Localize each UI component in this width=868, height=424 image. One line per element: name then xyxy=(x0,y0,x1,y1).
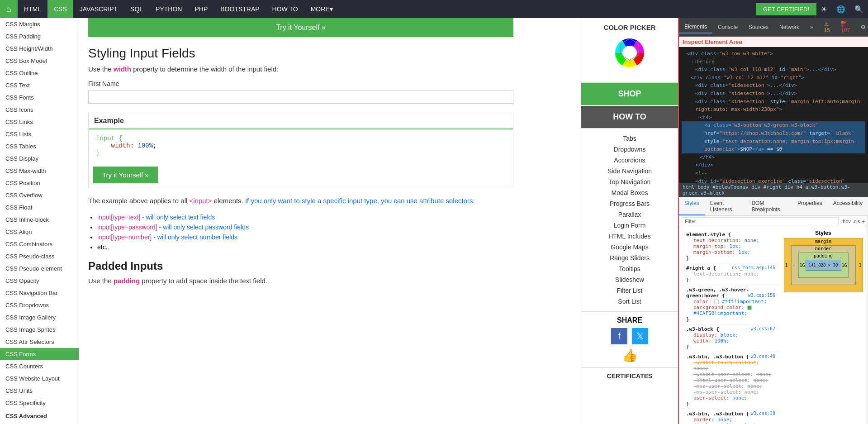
styles-tab-dom-breakpoints[interactable]: DOM Breakpoints xyxy=(746,197,792,215)
sidebar-item-specificity[interactable]: CSS Specificity xyxy=(0,397,79,409)
sidebar-item-attr-selectors[interactable]: CSS Attr Selectors xyxy=(0,336,79,348)
rule-source-w3green[interactable]: w3.css:156 xyxy=(748,293,775,298)
breadcrumb-body[interactable]: body xyxy=(697,184,710,190)
sidebar-item-position[interactable]: CSS Position xyxy=(0,177,79,189)
nav-css[interactable]: CSS xyxy=(47,0,73,18)
sidebar-item-lists[interactable]: CSS Lists xyxy=(0,128,79,140)
twitter-share-icon[interactable]: 𝕏 xyxy=(632,328,648,344)
link-range-sliders[interactable]: Range Sliders xyxy=(586,252,674,263)
link-accordions[interactable]: Accordions xyxy=(586,155,674,166)
sidebar-item-icons[interactable]: CSS Icons xyxy=(0,104,79,116)
sidebar-item-inline-block[interactable]: CSS Inline-block xyxy=(0,214,79,226)
sidebar-item-nav-bar[interactable]: CSS Navigation Bar xyxy=(0,287,79,299)
styles-filter-input[interactable] xyxy=(682,217,839,225)
nav-python[interactable]: PYTHON xyxy=(149,0,188,18)
nav-howto[interactable]: HOW TO xyxy=(266,0,304,18)
shop-button[interactable]: SHOP xyxy=(581,83,678,105)
rule-source-w3btn-38[interactable]: w3.css:38 xyxy=(751,411,775,416)
link-dropdowns[interactable]: Dropdowns xyxy=(586,144,674,155)
rule-source-w3block[interactable]: w3.css:67 xyxy=(751,326,775,331)
nav-home[interactable]: ⌂ xyxy=(0,0,18,18)
link-login-form[interactable]: Login Form xyxy=(586,220,674,231)
breadcrumb-h4[interactable]: h4 xyxy=(797,184,802,190)
sidebar-item-align[interactable]: CSS Align xyxy=(0,226,79,238)
sidebar-item-links[interactable]: CSS Links xyxy=(0,116,79,128)
sidebar-item-tables[interactable]: CSS Tables xyxy=(0,140,79,152)
devtools-tab-more[interactable]: » xyxy=(805,21,819,33)
sidebar-item-overflow[interactable]: CSS Overflow xyxy=(0,189,79,201)
sidebar-item-float[interactable]: CSS Float xyxy=(0,201,79,214)
theme-icon[interactable]: ☀ xyxy=(816,5,832,14)
link-tabs[interactable]: Tabs xyxy=(586,133,674,144)
color-wheel-icon[interactable] xyxy=(612,35,648,71)
nav-php[interactable]: PHP xyxy=(188,0,214,18)
link-html-includes[interactable]: HTML Includes xyxy=(586,231,674,242)
sidebar-item-outline[interactable]: CSS Outline xyxy=(0,67,79,79)
sidebar-item-box-model[interactable]: CSS Box Model xyxy=(0,55,79,67)
like-icon[interactable]: 👍 xyxy=(586,348,674,363)
sidebar-item-rounded-corners[interactable]: CSS Rounded Corners xyxy=(0,421,79,424)
sidebar-item-height-width[interactable]: CSS Height/Width xyxy=(0,43,79,55)
devtools-tab-network[interactable]: Network xyxy=(774,21,805,33)
sidebar-item-image-sprites[interactable]: CSS Image Sprites xyxy=(0,324,79,336)
devtools-tab-elements[interactable]: Elements xyxy=(679,21,712,33)
rule-source-right-a[interactable]: css_form.asp:145 xyxy=(732,265,775,270)
link-sort-list[interactable]: Sort List xyxy=(586,296,674,307)
get-certified-button[interactable]: GET CERTIFIED! xyxy=(756,3,816,15)
breadcrumb-div2[interactable]: div xyxy=(784,184,793,190)
sidebar-item-pseudo-element[interactable]: CSS Pseudo-element xyxy=(0,262,79,275)
breadcrumb-html[interactable]: html xyxy=(683,184,695,190)
nav-sql[interactable]: SQL xyxy=(124,0,149,18)
try-it-example-button[interactable]: Try it Yourself » xyxy=(93,167,158,183)
link-tooltips[interactable]: Tooltips xyxy=(586,263,674,274)
rule-source-w3btn-40[interactable]: w3.css:40 xyxy=(751,354,775,359)
link-top-navigation[interactable]: Top Navigation xyxy=(586,176,674,187)
sidebar-item-margins[interactable]: CSS Margins xyxy=(0,18,79,30)
sidebar-item-forms[interactable]: CSS Forms xyxy=(0,348,79,360)
breadcrumb-div[interactable]: div xyxy=(751,184,760,190)
sidebar-item-counters[interactable]: CSS Counters xyxy=(0,360,79,372)
sidebar-item-display[interactable]: CSS Display xyxy=(0,152,79,165)
sidebar-item-opacity[interactable]: CSS Opacity xyxy=(0,275,79,287)
styles-tab-properties[interactable]: Properties xyxy=(792,197,828,215)
nav-bootstrap[interactable]: BOOTSTRAP xyxy=(214,0,266,18)
devtools-flag-count[interactable]: 🚩 107 xyxy=(835,18,855,36)
nav-html[interactable]: HTML xyxy=(18,0,47,18)
link-parallax[interactable]: Parallax xyxy=(586,209,674,220)
nav-javascript[interactable]: JAVASCRIPT xyxy=(73,0,124,18)
search-icon[interactable]: 🔍 xyxy=(850,5,868,14)
link-side-navigation[interactable]: Side Navigation xyxy=(586,166,674,176)
breadcrumb-right[interactable]: #right xyxy=(764,184,782,190)
filter-cls-btn[interactable]: .cls xyxy=(853,219,860,224)
sidebar-item-combinators[interactable]: CSS Combinators xyxy=(0,238,79,250)
sidebar-item-image-gallery[interactable]: CSS Image Gallery xyxy=(0,311,79,324)
filter-add-btn[interactable]: + xyxy=(862,219,865,224)
devtools-tab-console[interactable]: Console xyxy=(712,21,743,33)
dom-line-9-selected[interactable]: <a class="w3-button w3-green w3-block" h… xyxy=(682,121,865,153)
try-it-top-button[interactable]: Try it Yourself » xyxy=(88,18,513,37)
devtools-settings-icon[interactable]: ⚙ xyxy=(855,21,868,33)
link-progress-bars[interactable]: Progress Bars xyxy=(586,198,674,209)
sidebar-item-text[interactable]: CSS Text xyxy=(0,79,79,91)
styles-tab-event-listeners[interactable]: Event Listeners xyxy=(705,197,746,215)
howto-button[interactable]: HOW TO xyxy=(581,106,678,128)
styles-tab-styles[interactable]: Styles xyxy=(679,197,705,215)
filter-hov-btn[interactable]: :hov xyxy=(841,219,851,224)
link-modal-boxes[interactable]: Modal Boxes xyxy=(586,187,674,198)
globe-icon[interactable]: 🌐 xyxy=(832,5,850,14)
sidebar-item-fonts[interactable]: CSS Fonts xyxy=(0,91,79,104)
sidebar-item-pseudo-class[interactable]: CSS Pseudo-class xyxy=(0,250,79,262)
sidebar-item-dropdowns[interactable]: CSS Dropdowns xyxy=(0,299,79,311)
link-slideshow[interactable]: Slideshow xyxy=(586,274,674,285)
link-filter-list[interactable]: Filter List xyxy=(586,285,674,296)
devtools-tab-sources[interactable]: Sources xyxy=(743,21,774,33)
demo-input-field[interactable] xyxy=(88,90,513,104)
link-google-maps[interactable]: Google Maps xyxy=(586,242,674,252)
sidebar-item-units[interactable]: CSS Units xyxy=(0,385,79,397)
styles-tab-accessibility[interactable]: Accessibility xyxy=(828,197,868,215)
devtools-warning-count[interactable]: ⚠ 15 xyxy=(819,18,835,36)
sidebar-item-max-width[interactable]: CSS Max-width xyxy=(0,165,79,177)
nav-more[interactable]: MORE xyxy=(304,0,339,18)
sidebar-item-padding[interactable]: CSS Padding xyxy=(0,30,79,43)
breadcrumb-belowTopnav[interactable]: #belowTopnav xyxy=(712,184,748,190)
